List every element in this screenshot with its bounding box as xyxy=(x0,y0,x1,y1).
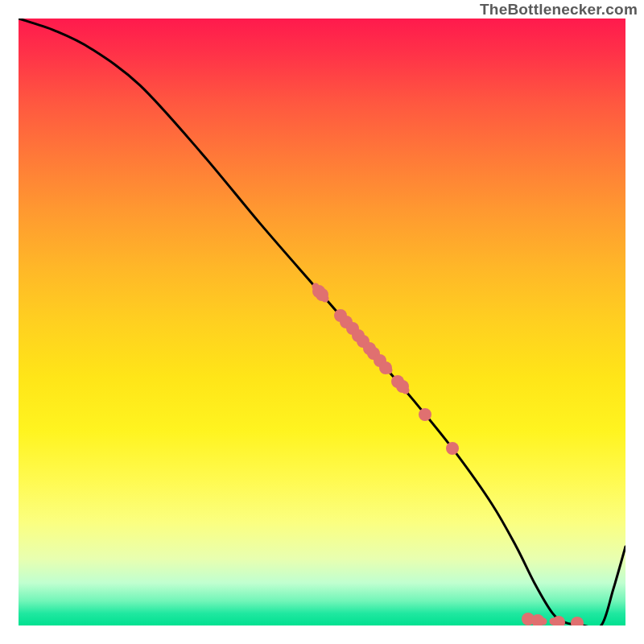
chart-plot-area xyxy=(19,19,625,625)
bottleneck-curve xyxy=(19,19,625,625)
watermark-label: TheBottlenecker.com xyxy=(480,2,638,17)
chart-stage: TheBottlenecker.com xyxy=(0,0,644,644)
